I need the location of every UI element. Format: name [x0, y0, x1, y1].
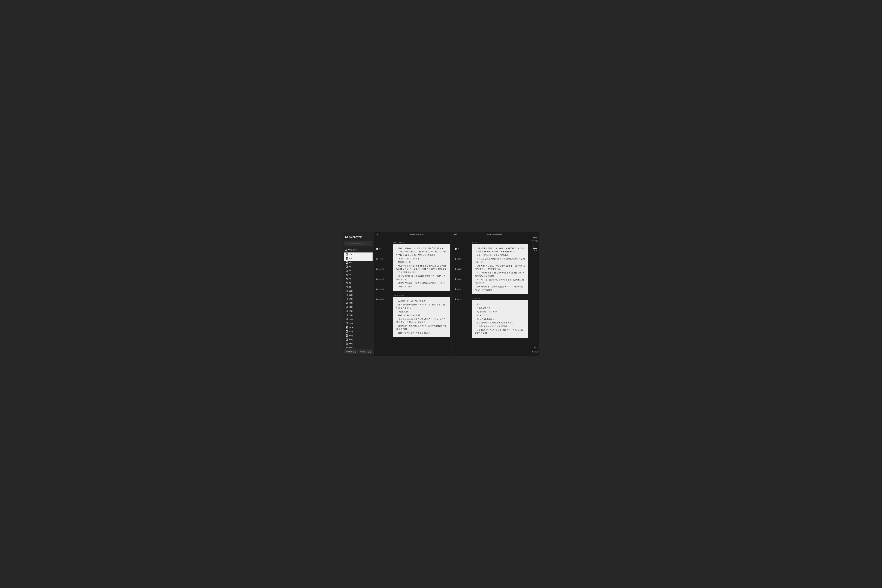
single-view-button[interactable]: 단일 뷰: [533, 245, 537, 251]
editor-columns: 1화1303자(공백포함)자600자1200자1800자2400자3000자글자…: [374, 232, 530, 356]
project-row[interactable]: 어린왕자: [344, 248, 373, 252]
page-icon: [346, 339, 348, 340]
people-button[interactable]: 인물도감: [532, 346, 538, 353]
ruler-tick-label: 600자: [457, 258, 462, 260]
logo-text: webnovelr: [349, 236, 362, 238]
ruler-tick: 1200자: [376, 268, 384, 270]
episode-item[interactable]: 9화: [344, 285, 373, 289]
page-icon: [346, 322, 348, 324]
layout-button[interactable]: 레이아웃: [532, 236, 538, 242]
episode-item[interactable]: 1화: [344, 252, 373, 256]
card-paragraph: 비행기 엔진에 뭔가 고장이 있었나봐.: [475, 254, 526, 257]
episode-item[interactable]: 6화: [344, 273, 373, 277]
logo-icon: [344, 236, 348, 238]
card-paragraph: "양 그려 달라고요…": [475, 317, 526, 321]
card-paragraph: 거주지(도시)로부터 천 킬로미터는 멀리 떨어진 모래사막에서 첫날 밤을 맞…: [475, 271, 526, 278]
episode-item[interactable]: 14화: [344, 305, 373, 309]
episode-item[interactable]: 21화: [344, 334, 373, 338]
episode-item[interactable]: 8화: [344, 281, 373, 285]
ruler-tick-dot: [376, 268, 378, 270]
page-icon: [346, 346, 348, 348]
ruler-tick-dot: [376, 298, 378, 300]
episode-item[interactable]: 3화: [344, 261, 373, 265]
card-paragraph: 내 그림은 그냥 모자가 아닌데 말이야. 아니라고, 코끼리를 소화시키고 있…: [396, 317, 447, 324]
column-char-count: 2230자(공백포함): [459, 233, 530, 236]
episode-item[interactable]: 19화: [344, 326, 373, 330]
text-card[interactable]: 내가 한 번은 여섯 살 때 원시림을 다룬 「생명체 이야기」라는 책에서 굉…: [394, 244, 450, 291]
episode-item[interactable]: 4화: [344, 265, 373, 269]
text-card[interactable]: 그래 난 혼자 살게 되었어. 얘길 나눌 누군가도 없이 말이야. 6년 전 …: [472, 244, 528, 294]
card-paragraph: 그래서 색연필로 내 첫 번째 그림을 그려보기 시작했지.: [396, 281, 447, 285]
ruler-tick-label: 1200자: [457, 268, 463, 270]
episode-item[interactable]: 5화: [344, 269, 373, 273]
svg-point-0: [534, 347, 536, 348]
page-icon: [346, 306, 348, 308]
page-icon: [346, 286, 348, 288]
page-icon: [346, 302, 348, 304]
ruler-tick-dot: [376, 258, 378, 260]
ruler-tick-label: 3000자: [457, 298, 463, 300]
episode-item[interactable]: 12화: [344, 297, 373, 301]
card-paragraph: "어 뭐라고!": [475, 314, 526, 317]
text-card[interactable]: 솜브레로(챙이 넓은 멕시코 모자)난 이 걸작을 어른들께 보여드리며 내 그…: [394, 297, 450, 337]
folder-icon: [345, 249, 347, 251]
card-char-count: 글자수: 240 자: [472, 297, 528, 300]
episode-label: 6화: [349, 273, 352, 276]
episode-label: 11화: [349, 294, 353, 296]
card-char-count: 글자수: 275 자: [394, 294, 450, 297]
right-rail: 레이아웃 단일 뷰 인물도감: [530, 232, 539, 356]
ruler-tick: 600자: [376, 258, 383, 260]
episode-label: 13화: [349, 302, 353, 304]
ruler-tick-dot: [455, 258, 456, 260]
ruler-tick: 3000자: [376, 298, 384, 300]
ruler-tick-label: 2400자: [457, 288, 463, 290]
search-input[interactable]: [344, 241, 373, 246]
episode-label: 14화: [349, 306, 353, 309]
create-project-button[interactable]: 프로젝트 생성: [344, 349, 358, 354]
episode-item[interactable]: 7화: [344, 277, 373, 281]
ruler-tick-label: 3000자: [379, 298, 384, 300]
episode-label: 2화: [349, 257, 352, 260]
editor-column: 1화1303자(공백포함)자600자1200자1800자2400자3000자글자…: [374, 232, 452, 356]
episode-label: 5화: [349, 269, 352, 272]
card-char-count: 글자수: 324 자: [472, 242, 528, 244]
app-window: webnovelr 어린왕자 1화2화3화4화5화6화7화8화9화10화11화1…: [343, 232, 539, 356]
project-title: 어린왕자: [348, 248, 357, 251]
ruler-tick-label: 600자: [379, 258, 383, 260]
card-paragraph: 솜브레로(챙이 넓은 멕시코 모자): [396, 299, 447, 303]
ruler-tick-dot: [455, 278, 456, 280]
ruler-tick: 3000자: [455, 298, 463, 300]
episode-item[interactable]: 11화: [344, 293, 373, 297]
create-episode-button[interactable]: 에피소드 생성: [359, 349, 373, 354]
char-ruler: 자600자1200자1800자2400자3000자: [452, 242, 472, 356]
page-icon: [346, 310, 348, 312]
episode-item[interactable]: 22화: [344, 338, 373, 342]
card-paragraph: 내가 한 번은 여섯 살 때 원시림을 다룬 「생명체 이야기」라는 책에서 굉…: [396, 247, 447, 256]
episode-label: 1화: [349, 253, 352, 256]
episode-item[interactable]: 23화: [344, 342, 373, 346]
card-paragraph: 그래서 보아 뱀 안에도 그려줬더니 그제야 어른들은 이해를 하지 뭐야.: [396, 324, 447, 331]
episode-item[interactable]: 16화: [344, 313, 373, 317]
episode-label: 10화: [349, 290, 353, 292]
card-paragraph: 근데 새벽에 뭔가 살짝 익살맞은 목소리가 나를 깨우는 거 같아 깜짝 놀랐…: [475, 285, 526, 291]
episode-item[interactable]: 2화: [344, 256, 373, 261]
ruler-tick: 2400자: [376, 288, 384, 290]
episode-item[interactable]: 24화: [344, 346, 373, 348]
ruler-tick-label: 1200자: [379, 268, 384, 270]
episode-label: 17화: [349, 318, 353, 321]
episode-item[interactable]: 17화: [344, 317, 373, 321]
episode-item[interactable]: 18화: [344, 321, 373, 326]
column-chip[interactable]: 1화: [374, 233, 380, 236]
ruler-tick-label: 자: [379, 248, 381, 250]
text-card[interactable]: 뭐야.이렇게 말하더라."양 한 마리 그려주세요!""어 뭐라고!""양 그려…: [472, 300, 528, 338]
scrollbar[interactable]: [530, 234, 530, 356]
episode-label: 23화: [349, 342, 353, 345]
episode-item[interactable]: 10화: [344, 289, 373, 293]
episode-item[interactable]: 15화: [344, 309, 373, 313]
page-icon: [346, 318, 348, 320]
episode-label: 7화: [349, 278, 352, 280]
episode-item[interactable]: 20화: [344, 330, 373, 334]
column-chip[interactable]: 2화: [452, 233, 459, 236]
ruler-tick-dot: [455, 298, 456, 300]
episode-item[interactable]: 13화: [344, 301, 373, 305]
